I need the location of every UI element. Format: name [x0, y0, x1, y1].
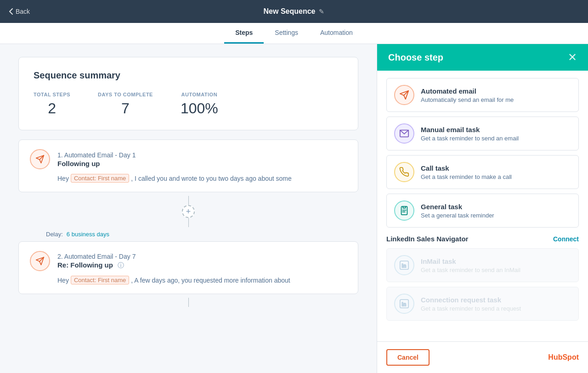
right-panel: Choose step ✕ Automated email Automatica… [377, 44, 588, 373]
step-1-body: Hey Contact: First name , I called you a… [57, 174, 347, 183]
hubspot-brand: HubSpot [548, 353, 579, 362]
send-icon [399, 90, 409, 100]
connection-request-title: Connection request task [421, 296, 521, 304]
stat-days-value: 7 [121, 100, 130, 117]
delay-connector: + [18, 192, 358, 231]
option-inmail-task: in InMail task Get a task reminder to se… [386, 248, 579, 282]
summary-card: Sequence summary TOTAL STEPS 2 DAYS TO C… [18, 57, 358, 130]
choose-step-content: Automated email Automatically send an em… [377, 71, 588, 341]
general-task-icon-wrap [394, 200, 414, 221]
main-layout: Sequence summary TOTAL STEPS 2 DAYS TO C… [0, 44, 588, 373]
tab-bar: Steps Settings Automation [0, 23, 588, 44]
back-button[interactable]: Back [9, 8, 30, 15]
mail-icon [399, 128, 409, 139]
step-1-name: Automated Email - Day 1 [64, 151, 136, 159]
option-connection-request: in Connection request task Get a task re… [386, 287, 579, 321]
step-2-icon [30, 251, 50, 271]
call-task-title: Call task [421, 164, 512, 172]
bottom-line [188, 298, 189, 307]
step-1-body-suffix: , I called you and wrote to you two days… [131, 175, 291, 182]
step-card-2: 2. Automated Email - Day 7 Re: Following… [18, 241, 358, 294]
step-2-body: Hey Contact: First name , A few days ago… [57, 276, 347, 284]
info-icon: ⓘ [118, 262, 124, 269]
inmail-icon-wrap: in [394, 255, 414, 275]
stat-automation: AUTOMATION 100% [181, 92, 218, 117]
automated-email-text: Automated email Automatically send an em… [421, 87, 514, 103]
automated-email-title: Automated email [421, 87, 514, 95]
linkedin-section-title: LinkedIn Sales Navigator [386, 235, 468, 243]
summary-stats: TOTAL STEPS 2 DAYS TO COMPLETE 7 AUTOMAT… [34, 92, 343, 117]
stat-days-label: DAYS TO COMPLETE [98, 92, 153, 97]
stat-total-steps-value: 2 [48, 100, 56, 117]
tab-settings[interactable]: Settings [264, 23, 309, 44]
stat-days-to-complete: DAYS TO COMPLETE 7 [98, 92, 153, 117]
step-1-subject: Following up [57, 160, 136, 167]
manual-email-icon-wrap [394, 123, 414, 144]
inmail-task-title: InMail task [421, 257, 520, 265]
option-general-task[interactable]: General task Set a general task reminder [386, 194, 579, 228]
choose-step-header: Choose step ✕ [377, 44, 588, 71]
delay-value[interactable]: 6 business days [67, 231, 109, 238]
connection-request-subtitle: Get a task reminder to send a request [421, 305, 521, 312]
top-nav: Back New Sequence ✎ [0, 0, 588, 23]
choose-step-footer: Cancel HubSpot [377, 341, 588, 373]
call-task-subtitle: Get a task reminder to make a call [421, 173, 512, 180]
step-1-body-prefix: Hey [57, 175, 69, 182]
back-chevron-icon [9, 8, 13, 15]
step-2-number-title: 2. Automated Email - Day 7 [57, 253, 136, 260]
nav-title: New Sequence [264, 7, 316, 16]
step-2-header: 2. Automated Email - Day 7 Re: Following… [30, 251, 347, 271]
step-2-name: Automated Email - Day 7 [64, 253, 136, 260]
back-label: Back [16, 8, 30, 15]
connection-request-text: Connection request task Get a task remin… [421, 296, 521, 312]
automated-email-icon-wrap [394, 85, 414, 105]
delay-label-text: Delay: [46, 231, 63, 238]
delay-line-top [188, 196, 189, 205]
choose-step-title: Choose step [388, 52, 443, 63]
step-1-number-title: 1. Automated Email - Day 1 [57, 151, 136, 159]
linkedin-section-header: LinkedIn Sales Navigator Connect [386, 235, 579, 243]
manual-email-title: Manual email task [421, 126, 519, 134]
step-2-contact-token[interactable]: Contact: First name [71, 276, 129, 284]
tab-steps[interactable]: Steps [224, 23, 264, 44]
connection-request-icon-wrap: in [394, 294, 414, 314]
step-2-info: 2. Automated Email - Day 7 Re: Following… [57, 253, 136, 270]
inmail-task-subtitle: Get a task reminder to send an InMail [421, 267, 520, 273]
step-1-contact-token[interactable]: Contact: First name [71, 174, 129, 183]
step-1-info: 1. Automated Email - Day 1 Following up [57, 151, 136, 167]
close-panel-button[interactable]: ✕ [568, 52, 577, 63]
step-2-body-prefix: Hey [57, 277, 69, 284]
step-2-body-suffix: , A few days ago, you requested more inf… [131, 277, 290, 284]
step-2-subject: Re: Following up ⓘ [57, 261, 136, 270]
step-2-number: 2. [57, 253, 64, 260]
option-call-task[interactable]: Call task Get a task reminder to make a … [386, 155, 579, 189]
linkedin-connect-link[interactable]: Connect [553, 235, 579, 243]
manual-email-subtitle: Get a task reminder to send an email [421, 135, 519, 142]
general-task-text: General task Set a general task reminder [421, 203, 494, 219]
general-task-subtitle: Set a general task reminder [421, 212, 494, 219]
call-task-text: Call task Get a task reminder to make a … [421, 164, 512, 180]
svg-text:in: in [402, 301, 407, 307]
delay-label-row: Delay: 6 business days [46, 231, 358, 238]
left-panel: Sequence summary TOTAL STEPS 2 DAYS TO C… [0, 44, 377, 373]
cancel-button[interactable]: Cancel [386, 349, 430, 366]
summary-title: Sequence summary [34, 70, 343, 81]
tab-automation[interactable]: Automation [309, 23, 364, 44]
call-task-icon-wrap [394, 162, 414, 182]
delay-line-bottom [188, 218, 189, 227]
general-task-title: General task [421, 203, 494, 211]
edit-icon[interactable]: ✎ [319, 8, 324, 15]
linkedin-in-icon-2: in [399, 299, 409, 309]
manual-email-text: Manual email task Get a task reminder to… [421, 126, 519, 142]
step-1-icon [30, 149, 50, 169]
option-automated-email[interactable]: Automated email Automatically send an em… [386, 78, 579, 112]
stat-automation-value: 100% [181, 100, 218, 117]
clipboard-icon [399, 206, 409, 216]
stat-automation-label: AUTOMATION [181, 92, 218, 97]
svg-text:in: in [402, 263, 407, 268]
option-manual-email[interactable]: Manual email task Get a task reminder to… [386, 117, 579, 150]
add-step-button[interactable]: + [182, 205, 195, 218]
step-1-header: 1. Automated Email - Day 1 Following up [30, 149, 347, 169]
step-card-1: 1. Automated Email - Day 1 Following up … [18, 139, 358, 192]
stat-total-steps: TOTAL STEPS 2 [34, 92, 70, 117]
